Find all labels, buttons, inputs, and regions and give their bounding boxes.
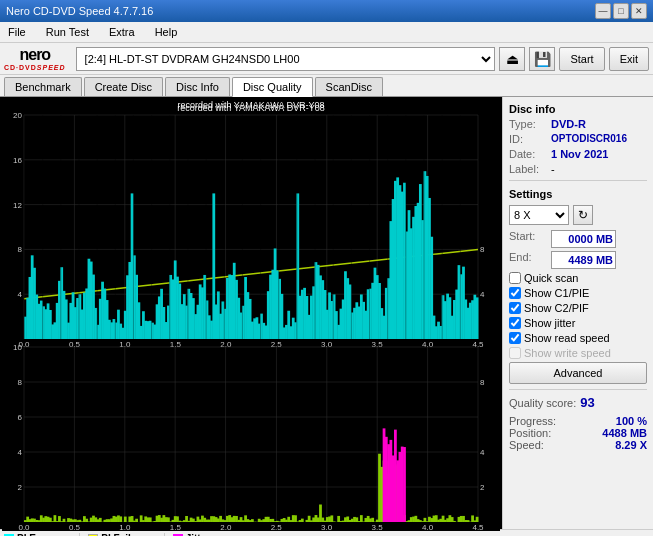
disc-type-value: DVD-R	[551, 118, 586, 130]
show-write-speed-label: Show write speed	[524, 347, 611, 359]
main-content: recorded with YAMAKAWA DVR-Y08 Disc info…	[0, 97, 653, 529]
tab-disc-quality[interactable]: Disc Quality	[232, 77, 313, 97]
disc-label-row: Label: -	[509, 163, 647, 175]
speed-label: Speed:	[509, 439, 544, 451]
disc-id-value: OPTODISCR016	[551, 133, 627, 145]
start-mb-row: Start:	[509, 230, 647, 248]
eject-button[interactable]: ⏏	[499, 47, 525, 71]
chart-title: recorded with YAMAKAWA DVR-Y08	[0, 99, 502, 111]
quality-score-label: Quality score:	[509, 397, 576, 409]
disc-id-label: ID:	[509, 133, 547, 145]
maximize-button[interactable]: □	[613, 3, 629, 19]
toolbar: nero CD·DVDSPEED [2:4] HL-DT-ST DVDRAM G…	[0, 43, 653, 75]
disc-date-label: Date:	[509, 148, 547, 160]
speed-value: 8.29 X	[615, 439, 647, 451]
show-read-speed-label: Show read speed	[524, 332, 610, 344]
title-bar: Nero CD-DVD Speed 4.7.7.16 — □ ✕	[0, 0, 653, 22]
show-write-speed-checkbox[interactable]	[509, 347, 521, 359]
menu-file[interactable]: File	[4, 24, 30, 40]
disc-date-value: 1 Nov 2021	[551, 148, 608, 160]
logo: nero CD·DVDSPEED	[4, 46, 66, 71]
show-jitter-label: Show jitter	[524, 317, 575, 329]
show-read-speed-checkbox[interactable]	[509, 332, 521, 344]
quick-scan-checkbox[interactable]	[509, 272, 521, 284]
menu-bar: File Run Test Extra Help	[0, 22, 653, 43]
settings-title: Settings	[509, 188, 647, 200]
main-chart	[2, 99, 500, 531]
show-jitter-checkbox[interactable]	[509, 317, 521, 329]
progress-label: Progress:	[509, 415, 556, 427]
start-mb-label: Start:	[509, 230, 547, 248]
speed-row: 8 X4 X2 X ↻	[509, 205, 647, 225]
tab-disc-info[interactable]: Disc Info	[165, 77, 230, 96]
close-button[interactable]: ✕	[631, 3, 647, 19]
show-read-speed-row: Show read speed	[509, 332, 647, 344]
app-title: Nero CD-DVD Speed 4.7.7.16	[6, 5, 153, 17]
disc-type-row: Type: DVD-R	[509, 118, 647, 130]
tab-create-disc[interactable]: Create Disc	[84, 77, 163, 96]
position-row: Position: 4488 MB	[509, 427, 647, 439]
show-write-speed-row: Show write speed	[509, 347, 647, 359]
save-button[interactable]: 💾	[529, 47, 555, 71]
end-mb-input[interactable]	[551, 251, 616, 269]
speed-select[interactable]: 8 X4 X2 X	[509, 205, 569, 225]
tab-benchmark[interactable]: Benchmark	[4, 77, 82, 96]
quick-scan-label: Quick scan	[524, 272, 578, 284]
start-mb-input[interactable]	[551, 230, 616, 248]
disc-date-row: Date: 1 Nov 2021	[509, 148, 647, 160]
show-c2pif-label: Show C2/PIF	[524, 302, 589, 314]
quality-score-row: Quality score: 93	[509, 395, 647, 410]
show-c2pif-checkbox[interactable]	[509, 302, 521, 314]
menu-run-test[interactable]: Run Test	[42, 24, 93, 40]
start-button[interactable]: Start	[559, 47, 604, 71]
speed-row-prog: Speed: 8.29 X	[509, 439, 647, 451]
end-mb-label: End:	[509, 251, 547, 269]
disc-type-label: Type:	[509, 118, 547, 130]
progress-value: 100 %	[616, 415, 647, 427]
quality-score-value: 93	[580, 395, 594, 410]
disc-label-label: Label:	[509, 163, 547, 175]
position-value: 4488 MB	[602, 427, 647, 439]
tab-scan-disc[interactable]: ScanDisc	[315, 77, 383, 96]
show-c1pie-label: Show C1/PIE	[524, 287, 589, 299]
menu-help[interactable]: Help	[151, 24, 182, 40]
disc-id-row: ID: OPTODISCR016	[509, 133, 647, 145]
progress-section: Progress: 100 % Position: 4488 MB Speed:…	[509, 415, 647, 451]
minimize-button[interactable]: —	[595, 3, 611, 19]
menu-extra[interactable]: Extra	[105, 24, 139, 40]
show-c1pie-checkbox[interactable]	[509, 287, 521, 299]
exit-button[interactable]: Exit	[609, 47, 649, 71]
show-c1pie-row: Show C1/PIE	[509, 287, 647, 299]
drive-select[interactable]: [2:4] HL-DT-ST DVDRAM GH24NSD0 LH00	[76, 47, 496, 71]
progress-row: Progress: 100 %	[509, 415, 647, 427]
end-mb-row: End:	[509, 251, 647, 269]
show-jitter-row: Show jitter	[509, 317, 647, 329]
show-c2pif-row: Show C2/PIF	[509, 302, 647, 314]
title-bar-title: Nero CD-DVD Speed 4.7.7.16	[6, 5, 153, 17]
title-bar-controls[interactable]: — □ ✕	[595, 3, 647, 19]
right-panel: Disc info Type: DVD-R ID: OPTODISCR016 D…	[502, 97, 653, 529]
refresh-button[interactable]: ↻	[573, 205, 593, 225]
chart-area: recorded with YAMAKAWA DVR-Y08	[0, 97, 502, 529]
tab-bar: Benchmark Create Disc Disc Info Disc Qua…	[0, 75, 653, 97]
disc-info-title: Disc info	[509, 103, 647, 115]
disc-label-value: -	[551, 163, 555, 175]
position-label: Position:	[509, 427, 551, 439]
quick-scan-row: Quick scan	[509, 272, 647, 284]
advanced-button[interactable]: Advanced	[509, 362, 647, 384]
